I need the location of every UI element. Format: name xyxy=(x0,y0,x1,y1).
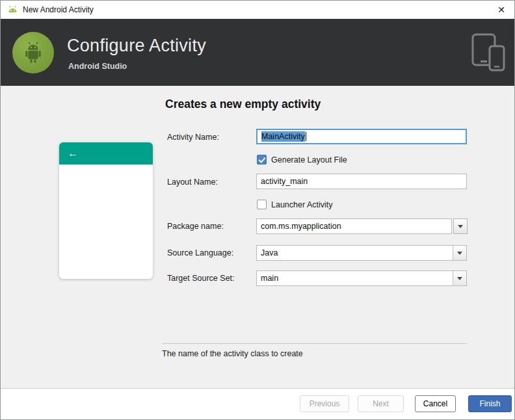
layout-name-label: Layout Name: xyxy=(167,177,218,187)
cancel-button[interactable]: Cancel xyxy=(415,395,456,412)
window-title: New Android Activity xyxy=(23,5,94,14)
activity-name-input[interactable]: MainActivity xyxy=(256,129,467,144)
generate-layout-file-checkbox[interactable] xyxy=(257,155,267,164)
package-name-dropdown-button[interactable] xyxy=(453,218,468,234)
wizard-content: Creates a new empty activity ← Activity … xyxy=(1,86,514,389)
launcher-activity-checkbox[interactable] xyxy=(257,200,267,209)
finish-button[interactable]: Finish xyxy=(468,395,512,412)
layout-name-input[interactable] xyxy=(256,174,467,189)
close-icon[interactable]: ✕ xyxy=(495,4,508,16)
generate-layout-file-label: Generate Layout File xyxy=(271,155,347,164)
launcher-activity-label: Launcher Activity xyxy=(271,200,333,209)
form-separator xyxy=(162,343,468,344)
titlebar: New Android Activity ✕ xyxy=(1,1,514,19)
package-name-label: Package name: xyxy=(167,222,224,231)
footer: Previous Next Cancel Finish xyxy=(1,388,514,419)
activity-name-label: Activity Name: xyxy=(167,133,219,142)
previous-button[interactable]: Previous xyxy=(300,395,349,412)
source-language-dropdown-button[interactable] xyxy=(453,246,466,260)
chevron-down-icon xyxy=(457,277,462,280)
android-app-icon xyxy=(7,5,18,14)
android-studio-logo xyxy=(12,32,54,73)
selected-text: MainActivity xyxy=(261,131,305,142)
header-title: Configure Activity xyxy=(67,36,206,56)
source-language-label: Source Language: xyxy=(167,248,233,257)
wizard-header: Configure Activity Android Studio xyxy=(1,19,514,86)
phone-tablet-icon xyxy=(471,33,505,75)
target-source-set-select[interactable]: main xyxy=(256,270,467,286)
chevron-down-icon xyxy=(457,252,462,255)
package-name-combobox[interactable]: com.ms.myapplication xyxy=(256,218,452,234)
target-source-set-dropdown-button[interactable] xyxy=(453,271,466,285)
activity-preview-card: ← xyxy=(59,142,153,279)
new-android-activity-dialog: New Android Activity ✕ Configure A xyxy=(0,0,515,420)
header-subtitle: Android Studio xyxy=(68,62,127,71)
target-source-set-value: main xyxy=(261,274,278,283)
preview-app-bar: ← xyxy=(59,142,153,164)
hint-text: The name of the activity class to create xyxy=(162,349,303,358)
chevron-down-icon xyxy=(458,225,463,228)
form-heading: Creates a new empty activity xyxy=(165,98,321,111)
text-caret xyxy=(306,132,306,141)
target-source-set-label: Target Source Set: xyxy=(167,274,235,283)
back-arrow-icon: ← xyxy=(68,148,78,159)
next-button[interactable]: Next xyxy=(358,395,404,412)
source-language-select[interactable]: Java xyxy=(256,245,467,261)
package-name-value: com.ms.myapplication xyxy=(261,222,341,231)
source-language-value: Java xyxy=(261,248,278,257)
